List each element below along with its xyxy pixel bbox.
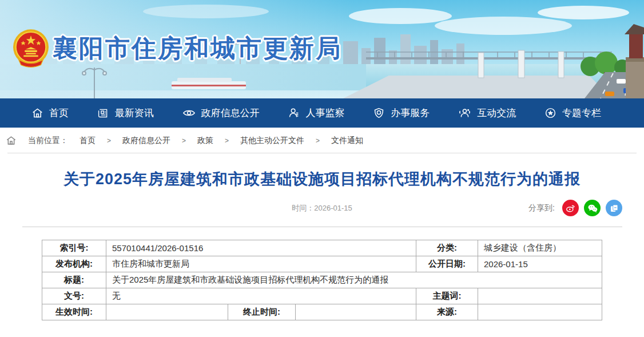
main-nav: 首页 最新资讯 政府信息公开 人事监察 bbox=[0, 98, 644, 128]
breadcrumb-separator: > bbox=[107, 137, 111, 145]
nav-item-services[interactable]: 办事服务 bbox=[373, 106, 430, 120]
breadcrumb-divider bbox=[7, 153, 637, 153]
home-icon bbox=[6, 135, 17, 146]
table-row: 文号: 无 主题词: bbox=[42, 288, 602, 304]
star-circle-icon bbox=[544, 107, 556, 119]
doc-number-label: 文号: bbox=[42, 288, 106, 304]
title-label: 标题: bbox=[42, 272, 106, 288]
index-number-label: 索引号: bbox=[42, 240, 106, 256]
nav-label: 最新资讯 bbox=[115, 106, 154, 120]
article-title: 关于2025年房屋建筑和市政基础设施项目招标代理机构不规范行为的通报 bbox=[0, 169, 644, 189]
copy-link-share-icon[interactable] bbox=[606, 200, 622, 216]
expiry-date-label: 终止时间: bbox=[228, 304, 296, 320]
table-row: 标题: 关于2025年房屋建筑和市政基础设施项目招标代理机构不规范行为的通报 bbox=[42, 272, 602, 288]
breadcrumb-separator: > bbox=[316, 137, 320, 145]
effective-date-value bbox=[106, 304, 228, 320]
share-label: 分享到: bbox=[528, 203, 555, 213]
person-icon bbox=[288, 107, 300, 119]
publisher-label: 发布机构: bbox=[42, 256, 106, 272]
effective-date-label: 生效时间: bbox=[42, 304, 106, 320]
weibo-share-icon[interactable] bbox=[562, 200, 579, 216]
keywords-label: 主题词: bbox=[416, 288, 478, 304]
page: 襄阳市住房和城市更新局 首页 最新资讯 政府信息公开 bbox=[0, 0, 644, 337]
title-value: 关于2025年房屋建筑和市政基础设施项目招标代理机构不规范行为的通报 bbox=[106, 272, 602, 288]
home-icon bbox=[31, 107, 43, 119]
source-label: 来源: bbox=[416, 304, 478, 320]
breadcrumb-separator: > bbox=[225, 137, 229, 145]
site-title: 襄阳市住房和城市更新局 bbox=[53, 32, 342, 65]
breadcrumb: 当前位置： 首页 > 政府信息公开 > 政策 > 其他主动公开文件 > 文件通知 bbox=[0, 128, 644, 153]
news-icon bbox=[97, 107, 109, 119]
breadcrumb-item-notices[interactable]: 文件通知 bbox=[331, 136, 363, 146]
breadcrumb-item-policy[interactable]: 政策 bbox=[197, 136, 213, 146]
keywords-value bbox=[478, 288, 602, 304]
national-emblem-icon bbox=[11, 29, 50, 69]
title-divider bbox=[22, 227, 622, 227]
nav-label: 办事服务 bbox=[391, 106, 430, 120]
nav-label: 首页 bbox=[49, 106, 69, 120]
category-label: 分类: bbox=[416, 240, 478, 256]
banner: 襄阳市住房和城市更新局 bbox=[0, 0, 644, 98]
table-row: 发布机构: 市住房和城市更新局 公开日期: 2026-01-15 bbox=[42, 256, 602, 272]
breadcrumb-label: 当前位置： bbox=[28, 136, 68, 146]
breadcrumb-separator: > bbox=[182, 137, 186, 145]
nav-label: 人事监察 bbox=[305, 106, 344, 120]
breadcrumb-item-gov-info[interactable]: 政府信息公开 bbox=[122, 136, 170, 146]
publish-date-label: 公开日期: bbox=[416, 256, 478, 272]
nav-label: 互动交流 bbox=[477, 106, 516, 120]
document-meta-table: 索引号: 557010441/2026-01516 分类: 城乡建设（含住房） … bbox=[42, 240, 602, 320]
table-row: 生效时间: 终止时间: 来源: bbox=[42, 304, 602, 320]
nav-item-interaction[interactable]: 互动交流 bbox=[458, 106, 516, 120]
nav-item-gov-info[interactable]: 政府信息公开 bbox=[182, 106, 260, 120]
expiry-date-value bbox=[296, 304, 416, 320]
category-value: 城乡建设（含住房） bbox=[478, 240, 602, 256]
eye-icon bbox=[182, 107, 196, 119]
publish-date-value: 2026-01-15 bbox=[478, 256, 602, 272]
nav-label: 专题专栏 bbox=[562, 106, 601, 120]
wechat-share-icon[interactable] bbox=[584, 200, 601, 216]
nav-item-news[interactable]: 最新资讯 bbox=[97, 106, 154, 120]
breadcrumb-item-home[interactable]: 首页 bbox=[79, 136, 96, 146]
table-row: 索引号: 557010441/2026-01516 分类: 城乡建设（含住房） bbox=[42, 240, 602, 256]
source-value bbox=[478, 304, 602, 320]
nav-item-personnel[interactable]: 人事监察 bbox=[288, 106, 344, 120]
breadcrumb-item-other-docs[interactable]: 其他主动公开文件 bbox=[240, 136, 304, 146]
doc-number-value: 无 bbox=[106, 288, 416, 304]
share-bar: 分享到: bbox=[528, 200, 622, 216]
shield-icon bbox=[373, 107, 385, 119]
nav-label: 政府信息公开 bbox=[201, 106, 260, 120]
index-number-value: 557010441/2026-01516 bbox=[106, 240, 416, 256]
nav-item-special[interactable]: 专题专栏 bbox=[544, 106, 601, 120]
people-chat-icon bbox=[458, 107, 471, 119]
nav-item-home[interactable]: 首页 bbox=[31, 106, 69, 120]
publisher-value: 市住房和城市更新局 bbox=[106, 256, 416, 272]
